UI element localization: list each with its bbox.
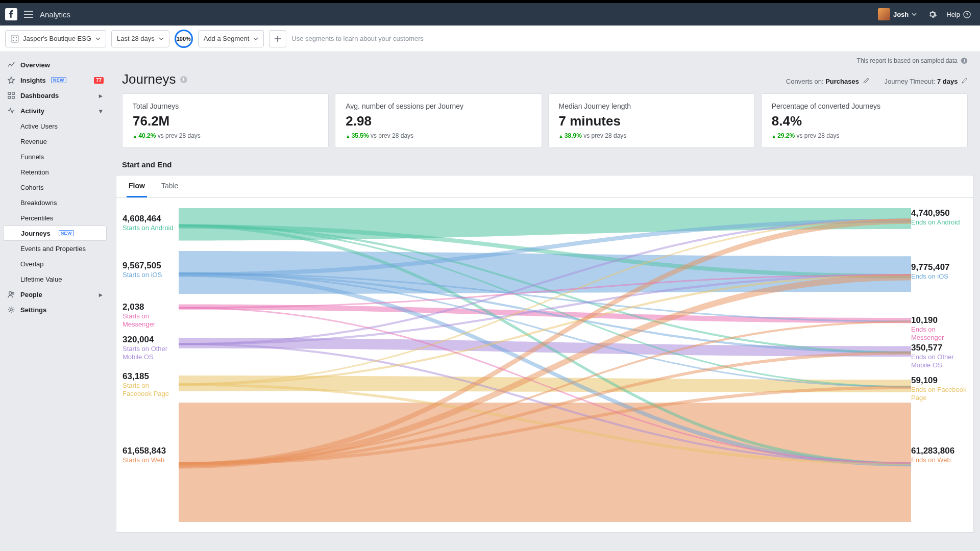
source-icon <box>11 35 19 43</box>
svg-point-15 <box>12 293 14 295</box>
kpi-row: Total Journeys76.2M40.2% vs prev 28 days… <box>110 93 980 148</box>
gear-icon <box>7 306 15 314</box>
sidebar-item-activity[interactable]: Activity ▾ <box>0 103 110 118</box>
tab-table[interactable]: Table <box>159 176 180 197</box>
sankey-node-label: 10,190Ends on Messenger <box>911 315 967 341</box>
kpi-label: Median Journey length <box>559 102 744 110</box>
sankey-node-label: 4,608,464Starts on Android <box>122 214 179 232</box>
kpi-label: Avg. number of sessions per Journey <box>346 102 531 110</box>
chevron-down-icon <box>95 36 101 41</box>
kpi-delta: 35.5% vs prev 28 days <box>346 132 531 139</box>
sankey-node-label: 350,577Ends on Other Mobile OS <box>911 343 967 369</box>
count-badge: 77 <box>94 77 104 84</box>
sankey-node-label: 61,658,843Starts on Web <box>122 446 179 464</box>
app-header: Analytics Josh Help ? <box>0 3 980 26</box>
help-icon: ? <box>963 11 971 18</box>
facebook-logo-icon[interactable] <box>5 8 17 20</box>
app-title: Analytics <box>40 10 70 19</box>
main-content: This report is based on sampled data i J… <box>110 52 980 551</box>
new-badge: NEW <box>51 77 66 83</box>
sidebar-item-dashboards[interactable]: Dashboards ▸ <box>0 88 110 103</box>
people-icon <box>7 290 15 298</box>
kpi-card[interactable]: Avg. number of sessions per Journey2.983… <box>335 93 542 148</box>
chevron-right-icon: ▸ <box>99 291 103 298</box>
chevron-down-icon <box>253 36 258 41</box>
sidebar-item-events[interactable]: Events and Properties <box>0 241 110 256</box>
flow-card: Flow Table 4,608,464Starts on Android9,5… <box>116 175 974 533</box>
sampled-data-notice: This report is based on sampled data i <box>110 52 980 64</box>
add-segment-button[interactable] <box>269 30 286 47</box>
gear-icon[interactable] <box>927 9 938 20</box>
view-tabs: Flow Table <box>116 176 973 198</box>
sidebar-item-journeys[interactable]: Journeys NEW <box>3 226 107 241</box>
svg-rect-12 <box>8 96 10 98</box>
sidebar-item-funnels[interactable]: Funnels <box>0 149 110 164</box>
sidebar: Overview Insights NEW 77 Dashboards ▸ Ac… <box>0 52 110 551</box>
help-button[interactable]: Help ? <box>946 11 971 18</box>
svg-point-8 <box>13 39 14 41</box>
chevron-down-icon: ▾ <box>99 107 103 115</box>
svg-text:i: i <box>964 58 965 64</box>
sankey-ends-labels: 4,740,950Ends on Android9,775,407Ends on… <box>911 208 967 514</box>
sidebar-item-active-users[interactable]: Active Users <box>0 118 110 134</box>
chevron-right-icon: ▸ <box>99 92 103 99</box>
user-menu[interactable]: Josh <box>878 8 917 20</box>
sankey-node-label: 61,283,806Ends on Web <box>911 446 967 464</box>
user-name: Josh <box>893 11 909 18</box>
sample-percent-indicator[interactable]: 100% <box>175 30 193 48</box>
plus-icon <box>274 35 281 42</box>
kpi-delta: 38.9% vs prev 28 days <box>559 132 744 139</box>
svg-rect-5 <box>11 35 18 42</box>
filter-bar: Jasper's Boutique ESG Last 28 days 100% … <box>0 26 980 52</box>
info-icon[interactable]: i <box>180 76 187 83</box>
sidebar-item-ltv[interactable]: Lifetime Value <box>0 271 110 287</box>
kpi-card[interactable]: Median Journey length7 minutes38.9% vs p… <box>548 93 755 148</box>
kpi-card[interactable]: Percentage of converted Journeys8.4%29.2… <box>761 93 968 148</box>
sidebar-item-revenue[interactable]: Revenue <box>0 134 110 149</box>
sidebar-item-cohorts[interactable]: Cohorts <box>0 180 110 195</box>
sankey-node-label: 4,740,950Ends on Android <box>911 208 967 227</box>
journey-timeout-setting[interactable]: Journey Timeout: 7 days <box>885 78 968 85</box>
kpi-label: Total Journeys <box>133 102 318 110</box>
svg-rect-13 <box>12 96 14 98</box>
converts-on-setting[interactable]: Converts on: Purchases <box>786 78 869 85</box>
section-title-start-end: Start and End <box>110 148 980 175</box>
svg-point-14 <box>9 292 12 294</box>
chevron-down-icon <box>159 36 164 41</box>
sidebar-item-people[interactable]: People ▸ <box>0 287 110 302</box>
kpi-value: 7 minutes <box>559 113 744 129</box>
pencil-icon <box>962 78 968 84</box>
source-selector[interactable]: Jasper's Boutique ESG <box>5 30 106 47</box>
kpi-value: 2.98 <box>346 113 531 129</box>
sidebar-item-breakdowns[interactable]: Breakdowns <box>0 195 110 210</box>
caret-down-icon <box>912 12 917 17</box>
sidebar-item-overview[interactable]: Overview <box>0 57 110 72</box>
svg-point-7 <box>16 36 17 38</box>
kpi-label: Percentage of converted Journeys <box>772 102 957 110</box>
tab-flow[interactable]: Flow <box>127 176 147 197</box>
date-range-selector[interactable]: Last 28 days <box>111 30 169 47</box>
kpi-delta: 29.2% vs prev 28 days <box>772 132 957 139</box>
svg-rect-11 <box>12 92 14 94</box>
sidebar-item-overlap[interactable]: Overlap <box>0 256 110 271</box>
sidebar-item-insights[interactable]: Insights NEW 77 <box>0 72 110 88</box>
segment-hint: Use segments to learn about your custome… <box>291 35 424 42</box>
kpi-card[interactable]: Total Journeys76.2M40.2% vs prev 28 days <box>122 93 329 148</box>
sankey-starts-labels: 4,608,464Starts on Android9,567,505Start… <box>122 208 179 514</box>
sankey-node-label: 9,567,505Starts on iOS <box>122 261 179 279</box>
hamburger-menu-icon[interactable] <box>22 8 35 20</box>
page-title: Journeys i <box>122 71 187 87</box>
svg-point-9 <box>16 39 17 41</box>
sidebar-item-percentiles[interactable]: Percentiles <box>0 210 110 226</box>
info-icon[interactable]: i <box>961 57 968 64</box>
sidebar-item-settings[interactable]: Settings <box>0 302 110 317</box>
avatar <box>878 8 890 20</box>
kpi-delta: 40.2% vs prev 28 days <box>133 132 318 139</box>
add-segment-dropdown[interactable]: Add a Segment <box>198 30 264 47</box>
pencil-icon <box>863 78 869 84</box>
activity-icon <box>7 107 15 115</box>
sankey-chart[interactable] <box>179 208 911 522</box>
svg-rect-10 <box>8 92 10 94</box>
sidebar-item-retention[interactable]: Retention <box>0 164 110 180</box>
svg-point-6 <box>13 36 14 38</box>
